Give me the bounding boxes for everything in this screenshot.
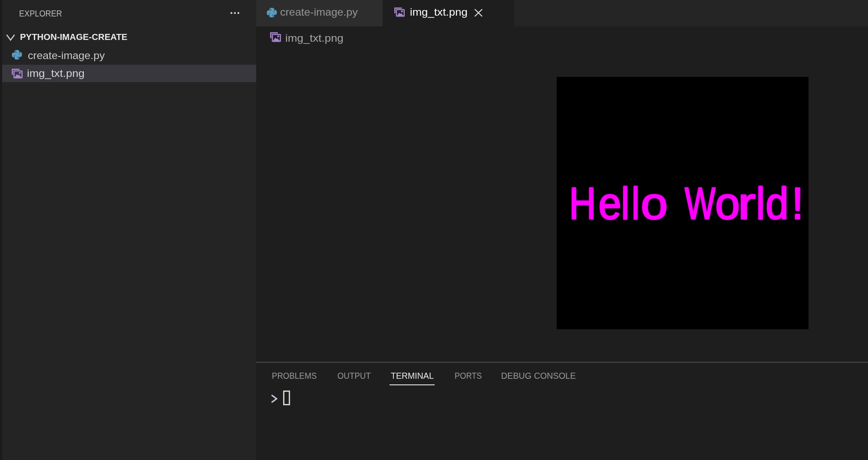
svg-text:o: o <box>715 179 740 228</box>
svg-text:r: r <box>738 179 756 228</box>
svg-text:W: W <box>685 178 716 228</box>
svg-text:l: l <box>756 179 765 228</box>
svg-text:d: d <box>766 178 789 228</box>
svg-text:!: ! <box>792 179 804 229</box>
svg-text:l: l <box>621 179 629 228</box>
svg-text:e: e <box>598 178 621 228</box>
svg-text:l: l <box>632 179 640 228</box>
svg-text:o: o <box>641 178 668 228</box>
svg-text:H: H <box>569 179 596 228</box>
